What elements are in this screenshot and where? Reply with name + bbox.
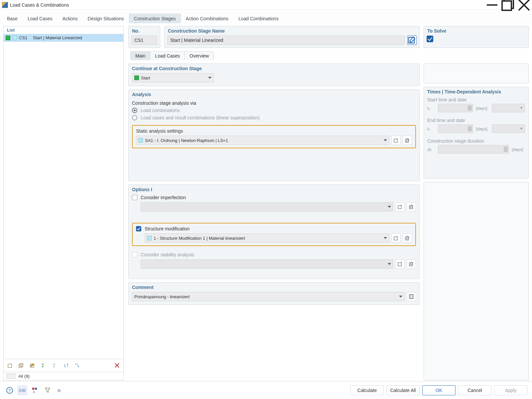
subtab-main[interactable]: Main	[130, 51, 150, 60]
list-body[interactable]: CS1 Start | Material Linearized	[4, 34, 123, 359]
analysis-header: Analysis	[132, 92, 416, 97]
svg-text:0,00: 0,00	[19, 389, 26, 392]
right-empty-panel-2	[424, 182, 529, 380]
renumber-icon[interactable]	[62, 361, 71, 370]
structure-mod-select[interactable]: 1 - Structure Modification 1 | Material …	[145, 233, 389, 243]
svg-rect-20	[398, 263, 401, 266]
calculate-all-button[interactable]: Calculate All	[386, 385, 420, 395]
filter-swatch	[6, 373, 16, 379]
dt-symbol: Δt	[427, 147, 435, 152]
new-item-icon[interactable]	[6, 361, 14, 370]
radio-label: Load cases and result combinations (line…	[141, 115, 260, 120]
tab-design-situations[interactable]: Design Situations	[83, 14, 129, 23]
chevron-down-icon	[384, 139, 387, 141]
window-minimize-button[interactable]	[484, 0, 500, 10]
check-on-icon[interactable]	[40, 361, 48, 370]
edit-name-icon[interactable]	[407, 36, 417, 45]
edit-stability-icon[interactable]	[407, 259, 416, 269]
ts-symbol: tₛ	[427, 106, 435, 111]
sub-tabs: Main Load Cases Overview	[128, 51, 529, 60]
structure-mod-value: 1 - Structure Modification 1 | Material …	[154, 236, 245, 241]
svg-rect-5	[8, 364, 12, 367]
settings-icon[interactable]: A	[30, 385, 40, 395]
new-stability-icon[interactable]	[395, 259, 405, 269]
imperfection-label: Consider imperfection	[141, 195, 186, 200]
apply-button[interactable]: Apply	[494, 385, 527, 395]
static-analysis-value: SA1 - I. Ordnung | Newton-Raphson | LS=1	[145, 138, 228, 143]
list-panel: List CS1 Start | Material Linearized 26 …	[3, 26, 124, 380]
check-off-icon[interactable]	[51, 361, 60, 370]
edit-settings-icon[interactable]	[403, 136, 412, 145]
chevron-down-icon	[399, 296, 402, 298]
help-icon[interactable]: ?	[5, 385, 15, 395]
radio-dot-icon	[132, 115, 137, 120]
right-empty-panel-1	[424, 64, 529, 83]
comment-select[interactable]: Primärspannung - linearisiert	[132, 292, 405, 301]
structure-mod-check-row[interactable]: Structure modification	[136, 226, 412, 231]
chevron-down-icon	[208, 77, 211, 79]
tab-load-cases[interactable]: Load Cases	[23, 14, 58, 23]
comment-library-icon[interactable]	[407, 292, 416, 301]
reorder-icon[interactable]: 26	[73, 361, 82, 370]
ok-button[interactable]: OK	[422, 385, 456, 395]
units-icon[interactable]: 0,00	[17, 385, 27, 395]
tab-action-combinations[interactable]: Action Combinations	[181, 14, 233, 23]
edit-imperfection-icon[interactable]	[407, 202, 416, 211]
to-solve-checkbox[interactable]	[427, 36, 433, 42]
stability-label: Consider stability analysis	[141, 252, 194, 257]
delete-item-icon[interactable]	[113, 361, 121, 370]
subtab-overview[interactable]: Overview	[185, 51, 214, 60]
svg-rect-2	[502, 1, 511, 10]
static-analysis-highlight: Static analysis settings SA1 - I. Ordnun…	[132, 125, 416, 148]
list-filter-all[interactable]: All (9)	[4, 372, 123, 380]
comment-header: Comment	[132, 285, 416, 290]
list-toolbar: 26	[4, 359, 123, 372]
name-field[interactable]: Start | Material Linearized	[167, 36, 405, 45]
radio-load-combinations[interactable]: Load combinations	[132, 108, 416, 113]
tab-construction-stages[interactable]: Construction Stages	[129, 14, 181, 23]
te-symbol: tₑ	[427, 126, 435, 131]
continue-select[interactable]: Start	[132, 73, 214, 82]
dt-field	[438, 145, 509, 154]
list-item-id: CS1	[19, 35, 31, 40]
list-item[interactable]: CS1 Start | Material Linearized	[4, 34, 123, 42]
calculate-button[interactable]: Calculate	[350, 385, 384, 395]
tab-actions[interactable]: Actions	[58, 14, 83, 23]
filter-all-label: All (9)	[18, 374, 30, 379]
new-multiple-icon[interactable]	[17, 361, 26, 370]
new-imperfection-icon[interactable]	[395, 202, 405, 211]
svg-rect-7	[20, 363, 23, 366]
new-struct-mod-icon[interactable]	[391, 233, 401, 243]
stability-check-row: Consider stability analysis	[132, 252, 416, 257]
subtab-load-cases[interactable]: Load Cases	[150, 51, 185, 60]
formula-icon[interactable]: fx	[55, 385, 65, 395]
new-settings-icon[interactable]	[391, 136, 401, 145]
no-field[interactable]: CS1	[131, 36, 157, 45]
svg-text:A: A	[33, 390, 35, 394]
duration-label: Construction stage duration	[427, 138, 525, 144]
radio-linear-superposition[interactable]: Load cases and result combinations (line…	[132, 115, 416, 120]
imperfection-check-row[interactable]: Consider imperfection	[132, 195, 416, 200]
solve-panel: To Solve	[424, 26, 529, 48]
continue-panel: Continue at Construction Stage Start	[128, 64, 420, 86]
svg-rect-27	[32, 388, 34, 390]
window-maximize-button[interactable]	[500, 0, 516, 10]
svg-rect-28	[35, 388, 37, 390]
svg-rect-16	[398, 205, 401, 209]
edit-item-icon[interactable]	[28, 361, 37, 370]
imperfection-checkbox[interactable]	[132, 195, 137, 200]
comment-value: Primärspannung - linearisiert	[134, 294, 190, 299]
window-close-button[interactable]	[516, 0, 532, 10]
filter-icon[interactable]	[43, 385, 53, 395]
times-header: Times | Time-Dependent Analysis	[427, 89, 525, 94]
radio-label: Load combinations	[141, 108, 180, 113]
stability-select	[141, 259, 393, 269]
structure-mod-checkbox[interactable]	[136, 226, 141, 231]
name-label: Construction Stage Name	[165, 26, 419, 36]
solve-label: To Solve	[424, 26, 528, 36]
static-analysis-select[interactable]: SA1 - I. Ordnung | Newton-Raphson | LS=1	[136, 136, 389, 145]
cancel-button[interactable]: Cancel	[458, 385, 491, 395]
tab-load-combinations[interactable]: Load Combinations	[233, 14, 284, 23]
tab-base[interactable]: Base	[2, 14, 23, 23]
edit-struct-mod-icon[interactable]	[403, 233, 412, 243]
